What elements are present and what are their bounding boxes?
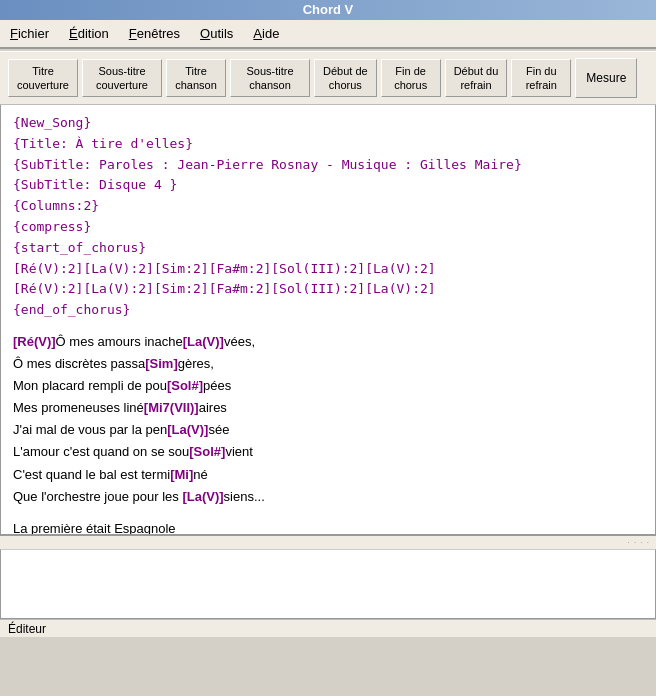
meta-columns: {Columns:2} bbox=[13, 196, 643, 217]
title-bar: Chord V bbox=[0, 0, 656, 20]
song-line-1: [Ré(V)]Ô mes amours inache[La(V)]vées, bbox=[13, 331, 643, 353]
menu-bar: Fichier Édition Fenêtres Outils Aide bbox=[0, 20, 656, 48]
spacer2 bbox=[13, 508, 643, 518]
chord-mi: [Mi] bbox=[170, 467, 193, 482]
scrollbar-area[interactable]: · · · · bbox=[0, 535, 656, 549]
btn-mesure[interactable]: Mesure bbox=[575, 58, 637, 98]
meta-new-song: {New_Song} bbox=[13, 113, 643, 134]
song-line-8: Que l'orchestre joue pour les [La(V)]sie… bbox=[13, 486, 643, 508]
song-line-2: Ô mes discrètes passa[Sim]gères, bbox=[13, 353, 643, 375]
chord-sol-sharp2: [Sol#] bbox=[189, 444, 225, 459]
btn-fin-chorus[interactable]: Fin dechorus bbox=[381, 59, 441, 98]
chord-mi7vii: [Mi7(VII)] bbox=[144, 400, 199, 415]
chord-sol-sharp: [Sol#] bbox=[167, 378, 203, 393]
editor-label-text: Éditeur bbox=[8, 622, 46, 636]
menu-fichier[interactable]: Fichier bbox=[4, 24, 55, 43]
song-line-3: Mon placard rempli de pou[Sol#]pées bbox=[13, 375, 643, 397]
song-line-9: La première était Espagnole bbox=[13, 518, 643, 535]
meta-chorus-line1: [Ré(V):2][La(V):2][Sim:2][Fa#m:2][Sol(II… bbox=[13, 259, 643, 280]
menu-fenetres[interactable]: Fenêtres bbox=[123, 24, 186, 43]
spacer bbox=[13, 321, 643, 331]
song-line-6: L'amour c'est quand on se sou[Sol#]vient bbox=[13, 441, 643, 463]
song-line-7: C'est quand le bal est termi[Mi]né bbox=[13, 464, 643, 486]
btn-debut-refrain[interactable]: Début durefrain bbox=[445, 59, 508, 98]
meta-end-chorus: {end_of_chorus} bbox=[13, 300, 643, 321]
btn-sous-titre-chanson[interactable]: Sous-titrechanson bbox=[230, 59, 310, 98]
btn-titre-couverture[interactable]: Titrecouverture bbox=[8, 59, 78, 98]
menu-aide[interactable]: Aide bbox=[247, 24, 285, 43]
btn-fin-refrain[interactable]: Fin durefrain bbox=[511, 59, 571, 98]
btn-debut-chorus[interactable]: Début dechorus bbox=[314, 59, 377, 98]
meta-start-chorus: {start_of_chorus} bbox=[13, 238, 643, 259]
meta-block: {New_Song} {Title: À tire d'elles} {SubT… bbox=[13, 113, 643, 321]
main-content[interactable]: {New_Song} {Title: À tire d'elles} {SubT… bbox=[0, 105, 656, 535]
toolbar: Titrecouverture Sous-titrecouverture Tit… bbox=[0, 52, 656, 105]
editor-area[interactable] bbox=[0, 549, 656, 619]
meta-subtitle1: {SubTitle: Paroles : Jean-Pierre Rosnay … bbox=[13, 155, 643, 176]
meta-title: {Title: À tire d'elles} bbox=[13, 134, 643, 155]
meta-chorus-line2: [Ré(V):2][La(V):2][Sim:2][Fa#m:2][Sol(II… bbox=[13, 279, 643, 300]
menu-edition[interactable]: Édition bbox=[63, 24, 115, 43]
song-line-4: Mes promeneuses liné[Mi7(VII)]aires bbox=[13, 397, 643, 419]
chord-rév: [Ré(V)] bbox=[13, 334, 56, 349]
chord-sim: [Sim] bbox=[145, 356, 178, 371]
editor-label: Éditeur bbox=[0, 619, 656, 637]
btn-sous-titre-couverture[interactable]: Sous-titrecouverture bbox=[82, 59, 162, 98]
menu-outils[interactable]: Outils bbox=[194, 24, 239, 43]
editor-textarea[interactable] bbox=[1, 550, 655, 618]
chord-lav2: [La(V)] bbox=[167, 422, 208, 437]
app-title: Chord V bbox=[303, 2, 354, 18]
scroll-dots: · · · · bbox=[627, 538, 650, 547]
song-line-5: J'ai mal de vous par la pen[La(V)]sée bbox=[13, 419, 643, 441]
chord-lav3: [La(V)] bbox=[182, 489, 223, 504]
meta-compress: {compress} bbox=[13, 217, 643, 238]
meta-subtitle2: {SubTitle: Disque 4 } bbox=[13, 175, 643, 196]
chord-lav: [La(V)] bbox=[183, 334, 224, 349]
btn-titre-chanson[interactable]: Titrechanson bbox=[166, 59, 226, 98]
